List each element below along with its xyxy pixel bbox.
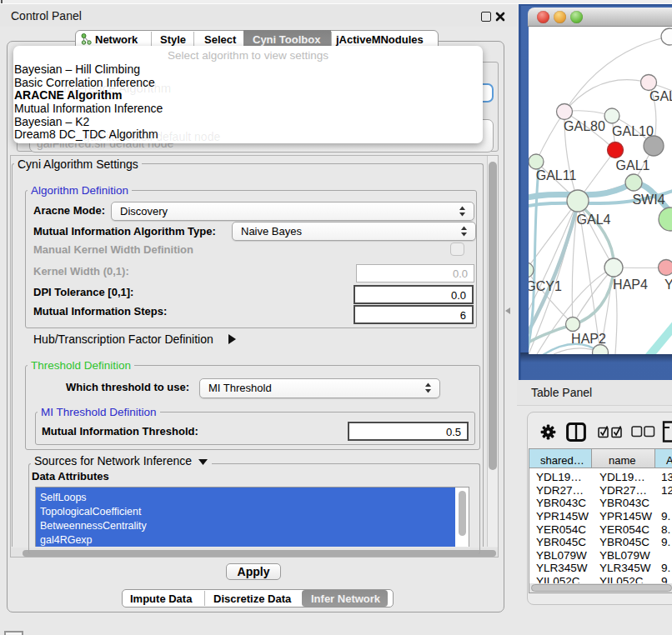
- svg-text:GAL80: GAL80: [564, 119, 605, 133]
- svg-text:Y: Y: [664, 278, 672, 292]
- svg-text:GAL10: GAL10: [612, 124, 654, 138]
- svg-text:HAP2: HAP2: [571, 332, 606, 346]
- svg-text:GAL4: GAL4: [577, 212, 611, 227]
- svg-text:HAP4: HAP4: [613, 278, 648, 292]
- svg-text:GAL11: GAL11: [536, 168, 577, 182]
- svg-text:GCY1: GCY1: [529, 279, 562, 293]
- svg-text:GAL1: GAL1: [616, 158, 650, 172]
- svg-text:SWI4: SWI4: [632, 192, 664, 207]
- svg-text:GAL7: GAL7: [649, 89, 672, 103]
